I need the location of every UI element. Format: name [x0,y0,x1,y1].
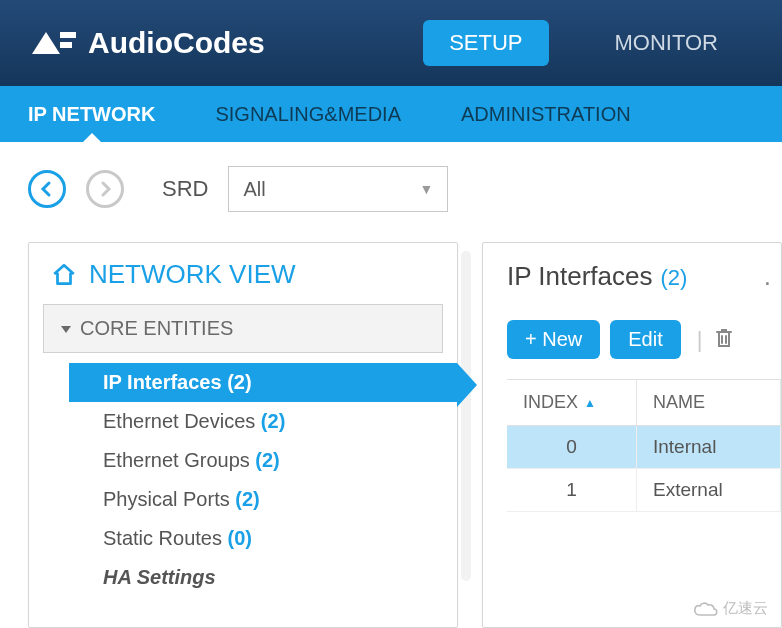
sidebar-item-physical-ports[interactable]: Physical Ports (2) [69,480,457,519]
cell-name: External [637,469,781,511]
subnav-ip-network[interactable]: IP NETWORK [28,86,155,142]
sidebar-item-label: Ethernet Devices [103,410,255,432]
side-panel: NETWORK VIEW CORE ENTITIES IP Interfaces… [28,242,458,628]
svg-rect-0 [28,24,80,62]
brand-icon [28,24,80,62]
sidebar-item-count: (2) [261,410,285,432]
group-core-entities[interactable]: CORE ENTITIES [43,304,443,353]
top-bar: AudioCodes SETUP MONITOR [0,0,782,86]
sidebar-item-label: Static Routes [103,527,222,549]
sidebar-item-ethernet-groups[interactable]: Ethernet Groups (2) [69,441,457,480]
table-row[interactable]: 1 External [507,469,781,512]
table-row[interactable]: 0 Internal [507,426,781,469]
sidebar-item-ha-settings[interactable]: HA Settings [69,558,457,597]
sidebar-item-label: HA Settings [103,566,216,588]
network-view-label: NETWORK VIEW [89,259,296,290]
sidebar-item-count: (0) [228,527,252,549]
cloud-icon [693,601,719,617]
triangle-down-icon [60,323,72,335]
sidebar-item-label: IP Interfaces [103,371,222,393]
chevron-down-icon: ▼ [420,181,434,197]
scrollbar[interactable] [461,251,471,581]
srd-select-value: All [243,178,265,201]
group-label: CORE ENTITIES [80,317,233,340]
edit-button[interactable]: Edit [610,320,680,359]
separator: | [697,327,703,353]
column-label: NAME [653,392,705,413]
column-name[interactable]: NAME [637,380,781,425]
overflow-indicator: . [764,261,771,292]
srd-label: SRD [162,176,208,202]
sub-nav: IP NETWORK SIGNALING&MEDIA ADMINISTRATIO… [0,86,782,142]
srd-select[interactable]: All ▼ [228,166,448,212]
cell-name: Internal [637,426,781,468]
sidebar-item-static-routes[interactable]: Static Routes (0) [69,519,457,558]
nav-list: IP Interfaces (2) Ethernet Devices (2) E… [29,359,457,597]
cell-index: 1 [507,469,637,511]
arrow-right-icon [96,180,114,198]
cell-index: 0 [507,426,637,468]
brand-logo: AudioCodes [28,24,423,62]
watermark: 亿速云 [693,599,768,618]
nav-forward-button[interactable] [86,170,124,208]
network-view-link[interactable]: NETWORK VIEW [29,243,457,300]
column-label: INDEX [523,392,578,413]
action-row: + New Edit | [507,320,781,359]
sidebar-item-ip-interfaces[interactable]: IP Interfaces (2) [69,363,457,402]
column-index[interactable]: INDEX ▲ [507,380,637,425]
sort-asc-icon: ▲ [584,396,596,410]
toolbar: SRD All ▼ [0,142,782,226]
tab-monitor[interactable]: MONITOR [589,20,744,66]
arrow-left-icon [38,180,56,198]
main-panel: IP Interfaces (2) . + New Edit | INDEX ▲… [482,242,782,628]
watermark-text: 亿速云 [723,599,768,618]
mode-tabs: SETUP MONITOR [423,20,754,66]
sidebar-item-count: (2) [255,449,279,471]
table-header: INDEX ▲ NAME [507,380,781,426]
page-title: IP Interfaces (2) . [507,261,781,292]
svg-rect-2 [60,42,72,48]
nav-back-button[interactable] [28,170,66,208]
sidebar-item-label: Physical Ports [103,488,230,510]
sidebar-item-count: (2) [235,488,259,510]
subnav-administration[interactable]: ADMINISTRATION [461,86,631,142]
content-body: NETWORK VIEW CORE ENTITIES IP Interfaces… [0,226,782,628]
trash-icon [714,327,734,349]
brand-text: AudioCodes [88,26,265,60]
sidebar-item-label: Ethernet Groups [103,449,250,471]
page-title-text: IP Interfaces [507,261,653,292]
svg-rect-1 [60,32,76,38]
tab-setup[interactable]: SETUP [423,20,548,66]
sidebar-item-count: (2) [227,371,251,393]
home-icon [51,262,77,288]
subnav-signaling-media[interactable]: SIGNALING&MEDIA [215,86,401,142]
delete-button[interactable] [714,327,734,353]
ip-interfaces-table: INDEX ▲ NAME 0 Internal 1 External [507,379,781,512]
sidebar-item-ethernet-devices[interactable]: Ethernet Devices (2) [69,402,457,441]
new-button[interactable]: + New [507,320,600,359]
page-title-count: (2) [661,265,688,291]
